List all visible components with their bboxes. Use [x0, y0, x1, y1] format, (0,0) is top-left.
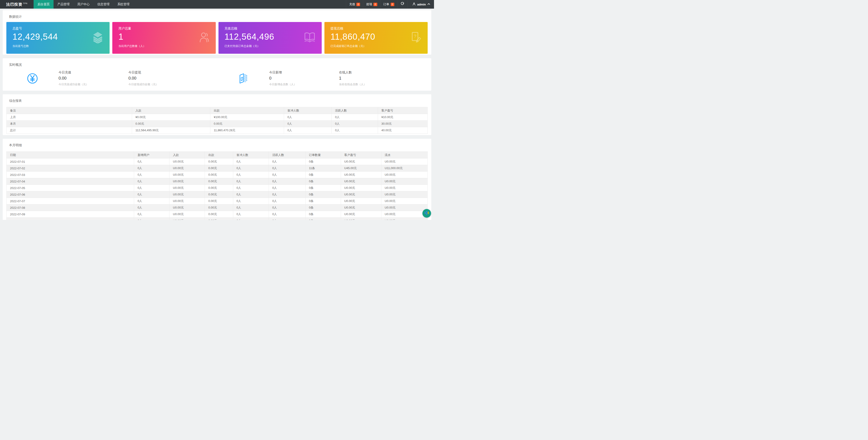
table-cell: 0.00元 [205, 159, 233, 165]
table-cell: 0人 [233, 191, 269, 198]
table-cell: 0.00元 [205, 178, 233, 185]
table-cell: 0.00元 [205, 172, 233, 178]
table-cell: 0人 [269, 165, 305, 172]
refresh-button[interactable] [397, 0, 407, 9]
stat-desc: 今日新增会员数（人） [269, 82, 339, 87]
column-header: 入款 [169, 151, 205, 159]
stat-card-desc: 已支付充值订单总金额（元） [225, 44, 322, 48]
stat-cards: 总盈亏 12,429,544 当前盈亏总数 用户总量 1 [6, 22, 428, 54]
stat-card-total-withdraw: 提现总额 11,860,470 已完成提现订单总金额（元） ? [324, 22, 428, 54]
table-cell: 2022-07-05 [7, 185, 134, 191]
table-cell: 2022-07-06 [7, 191, 134, 198]
table-cell: 0人 [233, 185, 269, 191]
table-cell: U0.00元 [341, 185, 381, 191]
orders-shortcut[interactable]: 订单 0 [380, 0, 397, 9]
table-cell: U0.00元 [169, 198, 205, 204]
table-cell: 0.00元 [132, 121, 210, 127]
detail-table-header-row: 日期新增用户入款出款首冲人数活跃人数订单数量客户盈亏流水 [7, 151, 428, 159]
chevron-up-icon [427, 3, 430, 6]
table-cell: U0.00元 [341, 178, 381, 185]
stat-value: 0 [269, 76, 339, 81]
refresh-icon [401, 2, 404, 7]
table-row: 上月¥0.00元¥100.00元0人0人¥10.00元 [7, 114, 428, 121]
stat-card-total-profit: 总盈亏 12,429,544 当前盈亏总数 [6, 22, 110, 54]
table-cell: U0.00元 [169, 178, 205, 185]
file-question-icon: ? [409, 31, 422, 44]
withdraw-count-badge: 0 [373, 3, 377, 6]
table-cell: 2022-07-08 [7, 204, 134, 211]
column-header: 出款 [205, 151, 233, 159]
table-cell: ¥0.00元 [132, 114, 210, 121]
table-cell: U11,000.00元 [381, 165, 427, 172]
recharge-shortcut-label: 充值 [349, 2, 355, 6]
app-logo[interactable]: 法巴投资 TP6 [0, 0, 34, 9]
stat-card-label: 提现总额 [331, 27, 428, 31]
sound-toggle-button[interactable] [423, 209, 431, 217]
table-cell: U0.00元 [341, 211, 381, 217]
table-cell: 0.00元 [210, 121, 284, 127]
table-cell: 112,564,495.99元 [132, 127, 210, 134]
table-row: 2022-07-080人U0.00元0.00元0人0人0条U0.00元U0.00… [7, 204, 428, 211]
stat-desc: 今日充值成功金额（元） [59, 82, 128, 87]
table-cell: 0人 [134, 191, 169, 198]
stat-today-withdraw: 今日提现 0.00 今日提现成功金额（元） [128, 70, 198, 87]
table-cell: U0.00元 [381, 191, 427, 198]
table-row: 2022-07-020人U0.00元0.00元0人0人11条U45.00元U11… [7, 165, 428, 172]
main-menu: 后台首页 产品管理 用户中心 信息管理 系统管理 [34, 0, 133, 9]
table-cell: 0.00元 [205, 185, 233, 191]
layers-icon [92, 32, 104, 44]
table-cell: U0.00元 [341, 204, 381, 211]
withdraw-shortcut[interactable]: 提现 0 [363, 0, 380, 9]
table-cell: 0人 [269, 217, 305, 220]
table-cell: U0.00元 [341, 172, 381, 178]
table-cell: 0人 [233, 159, 269, 165]
table-cell: U0.00元 [341, 198, 381, 204]
recharge-count-badge: 0 [356, 3, 360, 6]
table-cell: U0.00元 [381, 178, 427, 185]
svg-text:?: ? [414, 34, 416, 39]
user-menu[interactable]: admin [407, 0, 434, 9]
menu-item-users[interactable]: 用户中心 [73, 0, 93, 9]
withdraw-shortcut-label: 提现 [366, 2, 372, 6]
table-cell: 2022-07-04 [7, 178, 134, 185]
stat-desc: 当前在线会员数（人） [339, 82, 409, 87]
column-header: 首冲人数 [284, 107, 332, 114]
table-cell: 0人 [269, 204, 305, 211]
table-cell: 0.00元 [205, 211, 233, 217]
table-cell: 0人 [269, 191, 305, 198]
recharge-shortcut[interactable]: 充值 0 [346, 0, 363, 9]
stat-card-label: 总盈亏 [12, 27, 110, 31]
table-cell: 0人 [269, 178, 305, 185]
stat-online-members: 在线人数 1 当前在线会员数（人） [339, 70, 409, 87]
table-cell: 2022-07-09 [7, 211, 134, 217]
table-row: 总计112,564,495.99元11,860,470.28元0人0人40.00… [7, 127, 428, 134]
table-row: 2022-07-010人U0.00元0.00元0人0人0条U0.00元U0.00… [7, 159, 428, 165]
table-cell: 0人 [233, 211, 269, 217]
stat-label: 今日提现 [128, 70, 198, 75]
stat-card-desc: 已完成提现订单总金额（元） [331, 44, 428, 48]
table-cell: 0人 [332, 127, 378, 134]
table-row: 2022-07-030人U0.00元0.00元0人0人0条U0.00元U0.00… [7, 172, 428, 178]
menu-item-system[interactable]: 系统管理 [114, 0, 133, 9]
table-cell: U0.00元 [169, 159, 205, 165]
table-cell: 0人 [269, 211, 305, 217]
table-cell: U0.00元 [169, 217, 205, 220]
month-detail-panel: 本月明细 日期新增用户入款出款首冲人数活跃人数订单数量客户盈亏流水 2022-0… [3, 139, 431, 220]
column-header: 日期 [7, 151, 134, 159]
menu-item-dashboard[interactable]: 后台首页 [34, 0, 54, 9]
table-cell: 本月 [7, 121, 132, 127]
table-cell: 0人 [284, 127, 332, 134]
panel-title-statistics: 数据统计 [9, 15, 428, 19]
table-cell: 0人 [134, 178, 169, 185]
menu-item-products[interactable]: 产品管理 [54, 0, 73, 9]
user-icon [198, 32, 210, 44]
menu-item-info[interactable]: 信息管理 [93, 0, 114, 9]
table-cell: 0人 [332, 114, 378, 121]
table-cell: U0.00元 [341, 191, 381, 198]
column-header: 活跃人数 [269, 151, 305, 159]
table-cell: 0人 [269, 159, 305, 165]
stat-today-new-members: 今日新增 0 今日新增会员数（人） [269, 70, 339, 87]
realtime-row: 今日充值 0.00 今日充值成功金额（元） 今日提现 0.00 今日提现成功金额… [6, 70, 428, 87]
column-header: 入款 [132, 107, 210, 114]
realtime-panel: 实时概况 今日充值 0.00 [3, 58, 431, 91]
